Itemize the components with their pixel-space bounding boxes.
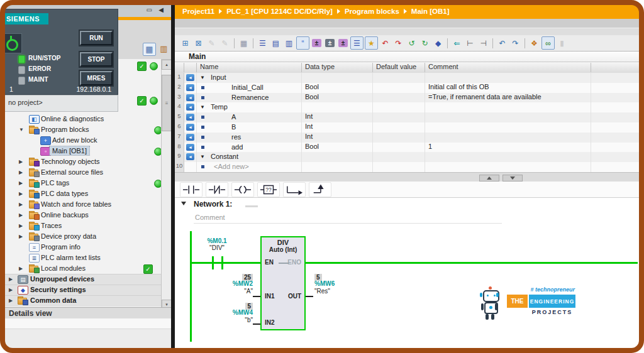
run-button[interactable]: RUN (80, 31, 113, 45)
cell-data-type[interactable]: Int (302, 133, 373, 143)
cell-name[interactable]: Initial_Call (197, 83, 302, 93)
chevron-right-icon[interactable]: ▶ (19, 159, 23, 165)
cell-comment[interactable]: Initial call of this OB (425, 83, 591, 93)
sidebar-item-online-diagnostics[interactable]: ◧Online & diagnostics (4, 114, 171, 124)
contact-bar-right[interactable] (221, 256, 223, 269)
cell-data-type[interactable] (302, 73, 373, 83)
breadcrumb-plc[interactable]: PLC_1 [CPU 1214C DC/DC/Rly] (226, 8, 333, 15)
cell-name[interactable]: ▼Constant (197, 152, 302, 162)
table-row[interactable]: 8◄addBool1 (175, 143, 640, 153)
block-calls-icon[interactable]: ▦ (238, 37, 250, 49)
chevron-right-icon[interactable]: ▶ (19, 212, 23, 218)
cell-data-type[interactable] (302, 102, 373, 112)
cell-data-type[interactable]: Bool (302, 83, 373, 93)
negate-contact-icon[interactable]: ⇐ (451, 37, 463, 49)
contact-tag[interactable]: "DIV" (195, 244, 239, 251)
cell-default-value[interactable] (373, 162, 425, 172)
cell-default-value[interactable] (373, 152, 425, 162)
cell-default-value[interactable] (373, 133, 425, 143)
cell-comment[interactable] (425, 112, 591, 122)
insert-network-icon[interactable]: ⊞ (179, 37, 191, 49)
snapshot-icon[interactable]: ▮ (556, 37, 568, 49)
splitter-expand-down-icon[interactable] (502, 175, 523, 182)
panel-float-icon[interactable]: ▭ (147, 6, 152, 14)
close-branch-icon[interactable] (309, 182, 331, 197)
table-row[interactable]: 7◄resInt (175, 133, 640, 143)
in2-tag[interactable]: "b" (213, 317, 253, 324)
auto-rewire-icon[interactable]: ✎ (206, 37, 218, 49)
section-collapse-icon[interactable]: ▼ (200, 155, 205, 160)
network-comments-icon[interactable]: “ (296, 36, 309, 50)
configuration-table-icon[interactable]: ▥ (158, 43, 170, 55)
in1-tag[interactable]: "A" (213, 288, 253, 295)
in1-operand[interactable]: 25 %MW2 "A" (213, 273, 253, 295)
cell-data-type[interactable]: Bool (302, 93, 373, 103)
cell-default-value[interactable] (373, 73, 425, 83)
splitter-expand-up-icon[interactable] (479, 175, 499, 182)
sidebar-item-traces[interactable]: ▶Traces (4, 220, 171, 231)
cell-default-value[interactable] (373, 122, 425, 133)
chevron-right-icon[interactable]: ▶ (19, 180, 23, 186)
table-row[interactable]: 9◄▼Constant (175, 152, 640, 162)
contact-operand-label[interactable]: %M0.1 "DIV" (195, 237, 239, 251)
stop-button[interactable]: STOP (80, 52, 113, 67)
cell-comment[interactable]: 1 (425, 143, 591, 153)
header-default-value[interactable]: Default value (373, 63, 425, 72)
chevron-right-icon[interactable]: ▶ (9, 276, 13, 282)
cell-default-value[interactable] (373, 83, 425, 93)
sidebar-item-device-proxy-data[interactable]: ▶Device proxy data (4, 231, 171, 242)
mres-button[interactable]: MRES (80, 71, 113, 85)
table-row[interactable]: 3◄RemanenceBool=True, if remanent data a… (175, 93, 640, 103)
chevron-down-icon[interactable]: ▼ (19, 127, 24, 133)
cell-name[interactable]: Remanence (197, 93, 302, 103)
breadcrumb-program-blocks[interactable]: Program blocks (345, 8, 399, 15)
cell-comment[interactable] (425, 152, 591, 162)
contact-bar-left[interactable] (212, 256, 214, 269)
expand-boxes-icon[interactable]: ± (311, 37, 323, 49)
header-name[interactable]: Name (197, 63, 302, 72)
hidden-parameters-icon[interactable]: ☰ (350, 36, 364, 50)
device-view-toggle-icon[interactable]: ▦ (143, 43, 156, 56)
in2-operand[interactable]: 5 %MW4 "b" (213, 301, 253, 324)
expand-operands-icon[interactable]: ± (337, 37, 349, 49)
cell-comment[interactable] (425, 162, 591, 172)
network-title-placeholder[interactable] (245, 205, 258, 207)
collapse-boxes-icon[interactable]: ± (324, 37, 336, 49)
cell-data-type[interactable]: Int (302, 122, 373, 133)
chevron-right-icon[interactable]: ▶ (19, 202, 23, 207)
sidebar-item-security-settings[interactable]: ▶◆Security settings (4, 285, 171, 295)
div-instruction-block[interactable]: DIV Auto (Int) EN ENO IN1 OUT IN2 (260, 236, 306, 330)
previous-error-icon[interactable]: ↶ (379, 37, 391, 49)
chevron-right-icon[interactable]: ▶ (19, 234, 23, 239)
cell-default-value[interactable] (373, 143, 425, 153)
table-row[interactable]: 5◄AInt (175, 112, 640, 122)
no-contact-icon[interactable] (180, 182, 203, 197)
cell-name[interactable]: B (197, 122, 302, 133)
negative-edge-icon[interactable]: ⊣ (477, 37, 489, 49)
collapse-networks-icon[interactable]: ▥ (283, 37, 295, 49)
sidebar-item-watch-and-force-tables[interactable]: ▶Watch and force tables (4, 199, 171, 210)
update-inconsistent-icon[interactable]: ↺ (406, 37, 418, 49)
cell-default-value[interactable] (373, 112, 425, 122)
sidebar-item-plc-alarm-text-lists[interactable]: ≣PLC alarm text lists (4, 253, 171, 263)
table-row[interactable]: 6◄BInt (175, 122, 640, 133)
table-row[interactable]: 2◄Initial_CallBoolInitial call of this O… (175, 83, 640, 93)
open-branch-icon[interactable] (283, 182, 306, 197)
sidebar-item-program-blocks[interactable]: ▼Program blocks (4, 124, 171, 135)
favorites-wand-icon[interactable]: ★ (365, 36, 378, 50)
in1-address[interactable]: %MW2 (213, 280, 253, 288)
table-row[interactable]: 1◄▼Input (175, 73, 640, 83)
cell-name[interactable]: A (197, 112, 302, 122)
sidebar-item-ungrouped-devices[interactable]: ▶▤Ungrouped devices (4, 274, 171, 285)
manual-rewire-icon[interactable]: ✎ (219, 37, 231, 49)
sidebar-item-program-info[interactable]: ≡Program info (4, 242, 171, 253)
chevron-right-icon[interactable]: ▶ (9, 287, 13, 293)
breadcrumb-project[interactable]: Project11 (182, 8, 214, 15)
cell-default-value[interactable] (373, 102, 425, 112)
nc-contact-icon[interactable] (206, 182, 228, 197)
cell-comment[interactable] (425, 102, 591, 112)
cell-comment[interactable] (425, 73, 591, 83)
consistency-check-icon[interactable]: ◆ (432, 37, 444, 49)
scrollbar-grip[interactable]: ≡ (162, 75, 172, 131)
monitoring-toggle-icon[interactable]: ∞ (541, 36, 555, 50)
